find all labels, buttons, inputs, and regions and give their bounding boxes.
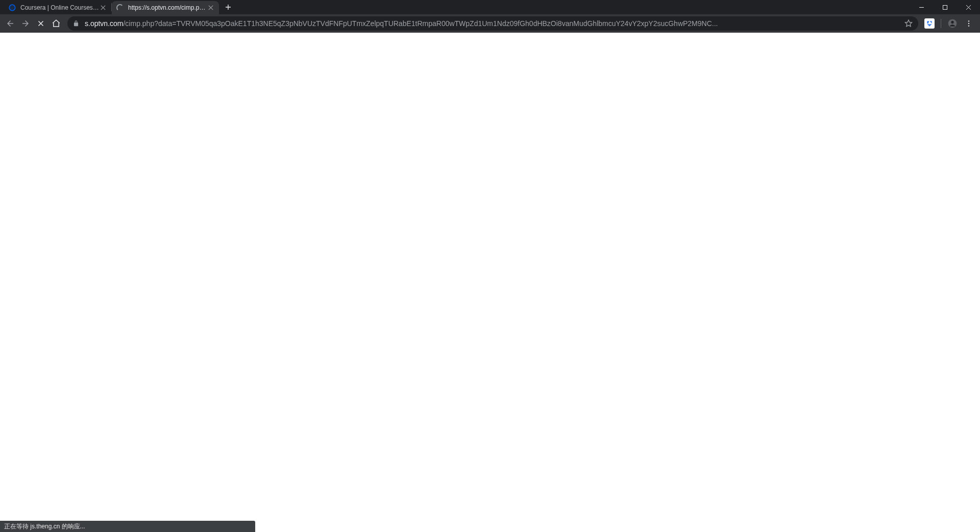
close-window-button[interactable] bbox=[957, 0, 980, 14]
tab-title: https://s.optvn.com/cimp.php?data= bbox=[128, 4, 207, 11]
svg-point-4 bbox=[968, 23, 969, 24]
close-tab-icon[interactable] bbox=[207, 4, 215, 12]
bookmark-star-icon[interactable] bbox=[904, 19, 913, 28]
tab-strip: Coursera | Online Courses & Credentials … bbox=[4, 0, 980, 14]
back-button[interactable] bbox=[3, 16, 17, 31]
svg-rect-0 bbox=[943, 5, 947, 9]
stop-reload-button[interactable] bbox=[34, 16, 48, 31]
menu-button[interactable] bbox=[962, 16, 976, 31]
separator bbox=[941, 19, 941, 28]
status-bar: 正在等待 js.theng.cn 的响应... bbox=[0, 521, 255, 532]
tab-title: Coursera | Online Courses & Credentials bbox=[20, 4, 99, 11]
tab-optvn[interactable]: https://s.optvn.com/cimp.php?data= bbox=[112, 1, 219, 14]
toolbar: s.optvn.com/cimp.php?data=TVRVM05qa3pOak… bbox=[0, 14, 980, 33]
forward-button[interactable] bbox=[18, 16, 33, 31]
home-button[interactable] bbox=[49, 16, 63, 31]
extension-icon bbox=[924, 18, 935, 29]
address-bar[interactable]: s.optvn.com/cimp.php?data=TVRVM05qa3pOak… bbox=[67, 16, 918, 31]
status-text: 正在等待 js.theng.cn 的响应... bbox=[4, 522, 85, 531]
minimize-button[interactable] bbox=[910, 0, 933, 14]
extension-button[interactable] bbox=[922, 16, 937, 31]
window-controls bbox=[910, 0, 980, 14]
coursera-favicon bbox=[8, 4, 16, 12]
browser-window: Coursera | Online Courses & Credentials … bbox=[0, 0, 980, 532]
new-tab-button[interactable] bbox=[221, 0, 235, 14]
svg-point-5 bbox=[968, 25, 969, 26]
maximize-button[interactable] bbox=[933, 0, 957, 14]
url-path: /cimp.php?data=TVRVM05qa3pOakE1T1h3NE5qZ… bbox=[123, 19, 718, 28]
profile-button[interactable] bbox=[945, 16, 960, 31]
close-tab-icon[interactable] bbox=[99, 4, 107, 12]
lock-icon[interactable] bbox=[72, 20, 80, 27]
svg-point-2 bbox=[951, 21, 953, 23]
page-content: 正在等待 js.theng.cn 的响应... bbox=[0, 33, 980, 532]
loading-spinner-icon bbox=[116, 4, 124, 12]
toolbar-right bbox=[922, 16, 977, 31]
titlebar: Coursera | Online Courses & Credentials … bbox=[0, 0, 980, 14]
url-text: s.optvn.com/cimp.php?data=TVRVM05qa3pOak… bbox=[85, 19, 900, 28]
svg-point-3 bbox=[968, 20, 969, 21]
url-domain: s.optvn.com bbox=[85, 19, 123, 28]
tab-coursera[interactable]: Coursera | Online Courses & Credentials bbox=[4, 1, 111, 14]
